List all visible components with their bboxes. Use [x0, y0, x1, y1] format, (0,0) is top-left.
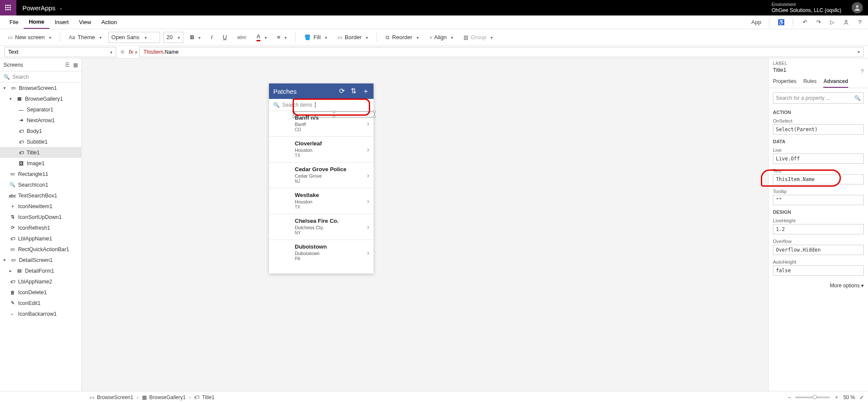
- sort-icon[interactable]: ⇅: [351, 87, 356, 96]
- panel-help-icon[interactable]: ?: [861, 68, 864, 74]
- bold-button[interactable]: B: [187, 32, 204, 43]
- tree-title[interactable]: 🏷Title1: [0, 147, 81, 158]
- zoom-value: 50 %: [843, 394, 855, 400]
- chevron-right-icon[interactable]: ›: [367, 172, 369, 179]
- menu-view[interactable]: View: [74, 15, 96, 29]
- underline-button[interactable]: U: [219, 32, 230, 43]
- tree-iconedit[interactable]: ✎IconEdit1: [0, 298, 81, 308]
- tree-thumb-icon[interactable]: ▦: [73, 62, 78, 68]
- share-icon[interactable]: [842, 18, 850, 26]
- tree-textsearch[interactable]: abcTextSearchBox1: [0, 190, 81, 201]
- play-icon[interactable]: ▷: [828, 18, 836, 26]
- refresh-icon[interactable]: ⟳: [339, 87, 345, 96]
- environment[interactable]: Environment OhGee Solutions, LLC (oqsllc…: [772, 2, 846, 13]
- onselect-input[interactable]: Select(Parent): [773, 124, 864, 135]
- tree-lblapp2[interactable]: 🏷LblAppName2: [0, 276, 81, 287]
- menu-insert[interactable]: Insert: [49, 15, 74, 29]
- app-name[interactable]: PowerApps: [16, 4, 68, 12]
- autoheight-input[interactable]: false: [773, 265, 864, 276]
- menu-app[interactable]: App: [751, 19, 761, 25]
- checker-icon[interactable]: ♿: [777, 18, 785, 26]
- new-screen-button[interactable]: ▭New screen: [4, 32, 55, 43]
- lineheight-input[interactable]: 1.2: [773, 224, 864, 234]
- chevron-right-icon[interactable]: ›: [367, 146, 369, 154]
- tree-lblapp[interactable]: 🏷LblAppName1: [0, 233, 81, 244]
- tab-advanced[interactable]: Advanced: [823, 76, 848, 88]
- strike-button[interactable]: abc: [234, 32, 250, 43]
- redo-icon[interactable]: ↷: [815, 18, 822, 26]
- tree-image[interactable]: 🖼Image1: [0, 158, 81, 169]
- canvas[interactable]: Patches ⟳ ⇅ ＋ 🔍 Search items Banff n/s B…: [82, 58, 768, 391]
- tree-separator[interactable]: —Separator1: [0, 104, 81, 115]
- app-launcher-icon[interactable]: [0, 0, 16, 15]
- fontsize-select[interactable]: 20: [164, 32, 183, 43]
- help-icon[interactable]: ?: [856, 18, 864, 26]
- list-item: Chelsea Fire Co. Dutchess Cty. NY ›: [269, 214, 374, 240]
- font-select[interactable]: Open Sans: [108, 32, 160, 43]
- breadcrumb[interactable]: ▭BrowseScreen1: [86, 394, 137, 400]
- chevron-right-icon[interactable]: ›: [367, 249, 369, 257]
- breadcrumb[interactable]: 🏷Title1: [191, 394, 218, 400]
- fontcolor-button[interactable]: A: [253, 32, 270, 43]
- chevron-right-icon[interactable]: ›: [367, 223, 369, 231]
- border-button[interactable]: ▭Border: [334, 32, 371, 43]
- fit-icon[interactable]: ⤢: [859, 394, 864, 400]
- tab-properties[interactable]: Properties: [773, 76, 797, 88]
- tree-search[interactable]: 🔍 Search: [0, 71, 81, 83]
- tree-rectangle[interactable]: ▭Rectangle11: [0, 169, 81, 179]
- expand-formula-icon[interactable]: ▾: [858, 49, 860, 54]
- zoom-slider[interactable]: [795, 397, 830, 398]
- overflow-input[interactable]: Overflow.Hidden: [773, 245, 864, 255]
- search-box[interactable]: 🔍 Search items: [269, 99, 374, 111]
- live-input[interactable]: Live.Off: [773, 154, 864, 164]
- tree-iconback[interactable]: ←IconBackarrow1: [0, 308, 81, 319]
- tree-iconsort[interactable]: ⇅IconSortUpDown1: [0, 212, 81, 222]
- selected-control-name: Title1: [769, 67, 868, 76]
- breadcrumb[interactable]: ▦BrowseGallery1: [139, 394, 189, 400]
- tab-rules[interactable]: Rules: [803, 76, 817, 88]
- tree-subtitle[interactable]: 🏷Subtitle1: [0, 136, 81, 147]
- reorder-button[interactable]: ⧉Reorder: [382, 32, 422, 43]
- equals-icon: =: [120, 48, 124, 56]
- tree-body[interactable]: 🏷Body1: [0, 126, 81, 136]
- list-item: Duboistown Duboistown PA ›: [269, 240, 374, 266]
- tree-browsegallery[interactable]: ▾▦BrowseGallery1: [0, 93, 81, 104]
- avatar[interactable]: [852, 2, 863, 13]
- italic-button[interactable]: I: [207, 32, 216, 43]
- chevron-right-icon[interactable]: ›: [367, 120, 369, 128]
- section-action: ACTION: [769, 108, 868, 117]
- menu-home[interactable]: Home: [24, 15, 49, 29]
- menu-action[interactable]: Action: [96, 15, 122, 29]
- align-button[interactable]: ⫞Align: [426, 32, 457, 43]
- theme-button[interactable]: AaTheme: [65, 32, 105, 43]
- tree-detailscreen[interactable]: ▾▭DetailScreen1: [0, 255, 81, 265]
- formula-input[interactable]: ThisItem.Name ▾: [139, 47, 864, 57]
- tree-searchicon[interactable]: 🔍SearchIcon1: [0, 179, 81, 190]
- zoom-in-icon[interactable]: ＋: [834, 394, 839, 401]
- text-input[interactable]: ThisItem.Name: [773, 174, 864, 185]
- tree-detailform[interactable]: ▸▤DetailForm1: [0, 265, 81, 276]
- fill-button[interactable]: 🪣Fill: [301, 32, 331, 43]
- chevron-right-icon[interactable]: ›: [367, 197, 369, 205]
- svg-rect-4: [7, 7, 9, 8]
- tree-iconrefresh[interactable]: ⟳IconRefresh1: [0, 222, 81, 233]
- property-dropdown[interactable]: Text: [4, 47, 116, 57]
- svg-rect-8: [9, 9, 11, 10]
- more-options[interactable]: More options: [773, 283, 864, 289]
- tree-icondelete[interactable]: 🗑IconDelete1: [0, 287, 81, 298]
- zoom-out-icon[interactable]: −: [788, 394, 791, 400]
- property-search[interactable]: Search for a property ...🔍: [773, 92, 864, 104]
- section-design: DESIGN: [769, 208, 868, 216]
- tree-panel: Screens ☰▦ 🔍 Search ▾▭BrowseScreen1 ▾▦Br…: [0, 58, 82, 391]
- undo-icon[interactable]: ↶: [801, 18, 809, 26]
- tree-nextarrow[interactable]: ➔NextArrow1: [0, 115, 81, 126]
- tree-browsescreen[interactable]: ▾▭BrowseScreen1: [0, 83, 81, 93]
- menu-file[interactable]: File: [4, 15, 24, 29]
- add-icon[interactable]: ＋: [362, 87, 369, 96]
- textalign-button[interactable]: ≡: [274, 32, 290, 43]
- tree-list-icon[interactable]: ☰: [65, 62, 70, 68]
- tree-rectquick[interactable]: ▭RectQuickActionBar1: [0, 244, 81, 255]
- gallery[interactable]: Banff n/s Banff CD › Cloverleaf Houston …: [269, 111, 374, 266]
- tree-iconnew[interactable]: ＋IconNewItem1: [0, 201, 81, 212]
- tooltip-input[interactable]: "": [773, 195, 864, 205]
